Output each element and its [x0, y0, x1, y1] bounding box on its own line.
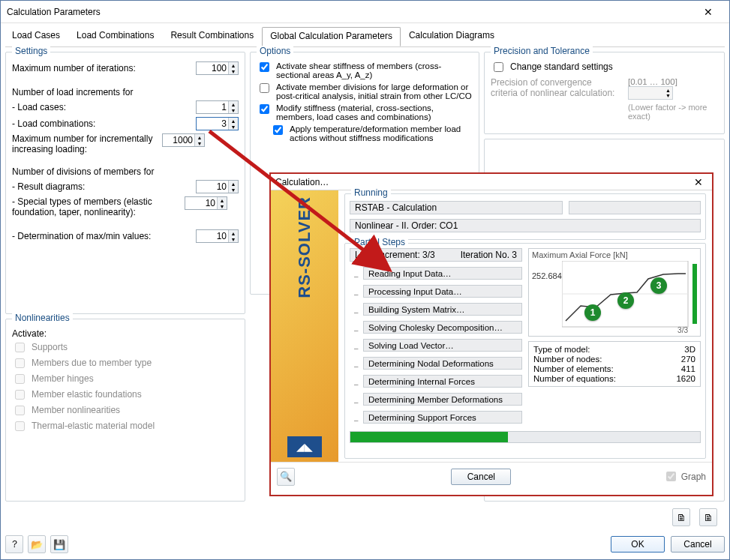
calc-footer: 🔍 Cancel Graph: [271, 462, 712, 490]
max-incr-input[interactable]: ▲▼: [162, 133, 205, 147]
result-diag-input[interactable]: ▲▼: [196, 180, 239, 193]
tabs: Load Cases Load Combinations Result Comb…: [1, 23, 729, 46]
window-title: Calculation Parameters: [7, 7, 101, 17]
calc-cancel-button[interactable]: Cancel: [451, 469, 511, 485]
chart-x-label: 3/3: [677, 326, 688, 334]
opt-modify-stiffness[interactable]: Modify stiffness (material, cross-sectio…: [257, 103, 473, 121]
footer-bar: ？ 📂 💾 OK Cancel: [5, 534, 725, 555]
load-cases-input[interactable]: ▲▼: [196, 100, 239, 114]
step-item: ⎯Solving Load Vector…: [354, 337, 522, 354]
running-progress-slot: [569, 201, 701, 214]
calc-title: Calculation…: [275, 177, 329, 187]
graph-checkbox[interactable]: Graph: [663, 469, 706, 484]
running-group: Running RSTAB - Calculation Nonlinear - …: [344, 193, 706, 240]
tab-load-cases[interactable]: Load Cases: [4, 26, 68, 46]
precision-group: Precision and Tolerance Change standard …: [484, 52, 725, 134]
step-item: ⎯Building System Matrix…: [354, 301, 522, 318]
nonlinear-group: Nonlinearities Activate: SupportsMembers…: [5, 319, 245, 502]
step-item: ⎯Reading Input Data…: [354, 265, 522, 282]
tab-global-calc-params[interactable]: Global Calculation Parameters: [262, 27, 401, 46]
step-item: ⎯Determining Internal Forces: [354, 373, 522, 390]
nonlinear-item[interactable]: Supports: [12, 342, 239, 355]
iter-label: Iteration No. 3: [461, 250, 517, 260]
step-item: ⎯Processing Input Data…: [354, 283, 522, 300]
nonlinear-item[interactable]: Member hinges: [12, 373, 239, 386]
running-line2: Nonlinear - II. Order: CO1: [350, 219, 701, 232]
save-icon[interactable]: 💾: [50, 535, 68, 553]
conv-label: Precision of convergence criteria of non…: [491, 77, 618, 98]
calculation-parameters-window: Calculation Parameters ✕ Load Cases Load…: [0, 0, 730, 560]
precision-range: [0.01 … 100]: [628, 77, 718, 86]
nonlinear-item[interactable]: Member nonlinearities: [12, 405, 239, 418]
tab-result-combinations[interactable]: Result Combinations: [162, 26, 262, 46]
partial-legend: Partial Steps: [351, 237, 408, 247]
settings-legend: Settings: [12, 46, 50, 56]
badge-2: 2: [617, 292, 634, 309]
badge-3: 3: [650, 277, 667, 294]
partial-steps-group: Partial Steps Load Increment: 3/3 Iterat…: [344, 243, 706, 459]
calc-titlebar: Calculation… ✕: [271, 174, 712, 190]
titlebar: Calculation Parameters ✕: [1, 1, 729, 23]
solver-text: RS-SOLVER: [295, 196, 314, 298]
ok-button[interactable]: OK: [611, 536, 665, 553]
precision-hint: (Lower factor -> more exact): [628, 103, 718, 121]
nonlinear-legend: Nonlinearities: [12, 313, 73, 323]
running-line1: RSTAB - Calculation: [350, 201, 563, 214]
opt-member-divisions[interactable]: Activate member divisions for large defo…: [257, 82, 473, 100]
nonlinear-item[interactable]: Member elastic foundations: [12, 389, 239, 402]
icon-slot-b[interactable]: 🗎: [699, 508, 717, 526]
magnifier-icon[interactable]: 🔍: [277, 468, 295, 486]
calculation-dialog: Calculation… ✕ RS-SOLVER ◢◣ Running RSTA…: [269, 172, 713, 496]
options-legend: Options: [257, 46, 293, 56]
tab-load-combinations[interactable]: Load Combinations: [68, 26, 162, 46]
special-label: - Special types of members (elastic foun…: [12, 196, 185, 217]
badge-1: 1: [584, 304, 601, 321]
step-item: ⎯Determining Nodal Deformations: [354, 355, 522, 372]
step-list: ⎯Reading Input Data…⎯Processing Input Da…: [354, 265, 522, 426]
load-cases-label: - Load cases:: [12, 102, 196, 112]
tab-calc-diagrams[interactable]: Calculation Diagrams: [401, 26, 503, 46]
running-legend: Running: [351, 187, 391, 198]
incr-header: Number of load increments for: [12, 87, 239, 97]
folder-icon[interactable]: 📂: [28, 535, 46, 553]
settings-group: Settings Maximum number of iterations: ▲…: [5, 52, 245, 314]
help-icon[interactable]: ？: [5, 535, 23, 553]
max-incr-label: Maximum number for incrementally increas…: [12, 133, 162, 154]
load-combos-input[interactable]: ▲▼: [196, 117, 239, 130]
axial-force-chart: Maximum Axial Force [kN] 252.684 3/3 1: [528, 248, 701, 337]
load-combos-label: - Load combinations:: [12, 118, 196, 129]
precision-input: ▲▼: [628, 86, 673, 100]
step-item: ⎯Solving Cholesky Decomposition…: [354, 319, 522, 336]
precision-legend: Precision and Tolerance: [491, 46, 593, 56]
solver-graphic: RS-SOLVER ◢◣: [271, 190, 338, 462]
chart-green-strip: [692, 264, 697, 324]
change-standard-settings[interactable]: Change standard settings: [491, 61, 718, 74]
cancel-button[interactable]: Cancel: [671, 536, 725, 553]
activate-label: Activate:: [12, 328, 239, 339]
chart-y-value: 252.684: [532, 271, 562, 280]
chevron-down-icon[interactable]: ▼: [229, 68, 238, 74]
nonlinear-item[interactable]: Members due to member type: [12, 358, 239, 370]
maxmin-label: - Determination of max/min values:: [12, 231, 196, 241]
opt-apply-temp[interactable]: Apply temperature/deformation member loa…: [270, 124, 473, 142]
div-header: Number of divisions of members for: [12, 166, 239, 177]
icon-slot-a[interactable]: 🗎: [672, 508, 690, 526]
maxmin-input[interactable]: ▲▼: [196, 229, 239, 243]
chart-title: Maximum Axial Force [kN]: [532, 250, 628, 259]
result-diag-label: - Result diagrams:: [12, 181, 196, 192]
opt-shear-stiffness[interactable]: Activate shear stiffness of members (cro…: [257, 61, 473, 79]
step-item: ⎯Determining Member Deformations: [354, 391, 522, 408]
stats-grid: Type of model:3D Number of nodes:270 Num…: [528, 341, 701, 387]
nonlinear-item[interactable]: Thermal-elastic material model: [12, 421, 239, 433]
calc-progress: [350, 431, 701, 443]
partial-head: Load Increment: 3/3 Iteration No. 3: [350, 248, 522, 262]
max-iter-input[interactable]: ▲▼: [196, 61, 239, 75]
load-incr-label: Load Increment: 3/3: [355, 250, 435, 260]
max-iter-label: Maximum number of iterations:: [12, 63, 196, 73]
step-item: ⎯Determining Support Forces: [354, 409, 522, 426]
solver-logo-icon: ◢◣: [287, 436, 322, 457]
calc-close-icon[interactable]: ✕: [689, 176, 707, 188]
close-icon[interactable]: ✕: [693, 1, 723, 22]
chevron-up-icon[interactable]: ▲: [229, 62, 238, 68]
special-input[interactable]: ▲▼: [185, 196, 227, 210]
